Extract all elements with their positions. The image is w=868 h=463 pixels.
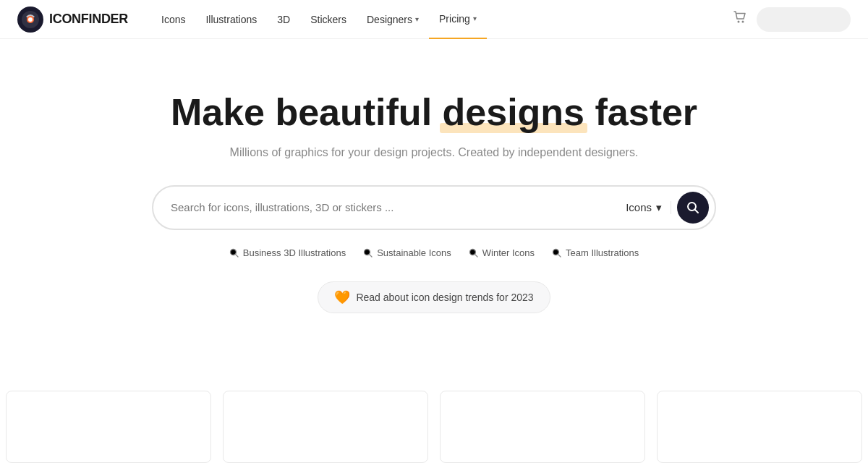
logo-icon	[17, 7, 43, 33]
quick-link-sustainable[interactable]: Sustainable Icons	[363, 247, 451, 258]
hero-title: Make beautiful designs faster	[171, 91, 697, 135]
nav-item-icons[interactable]: Icons	[151, 0, 195, 39]
nav-right	[732, 7, 851, 32]
search-input[interactable]	[171, 201, 617, 213]
quick-link-business3d[interactable]: Business 3D Illustrations	[229, 247, 346, 258]
cart-icon[interactable]	[732, 9, 748, 29]
trend-text: Read about icon design trends for 2023	[356, 292, 533, 303]
search-button[interactable]	[677, 192, 709, 224]
trend-badge[interactable]: 🧡 Read about icon design trends for 2023	[318, 281, 550, 313]
search-bar: Icons ▾	[152, 185, 716, 230]
pricing-chevron-icon: ▾	[473, 14, 477, 22]
dropdown-chevron-icon: ▾	[656, 201, 662, 214]
nav-item-designers[interactable]: Designers ▾	[357, 0, 429, 39]
hero-subtitle: Millions of graphics for your design pro…	[230, 146, 639, 159]
search-type-dropdown[interactable]: Icons ▾	[617, 201, 671, 214]
svg-point-3	[28, 17, 33, 22]
quick-links: Business 3D Illustrations Sustainable Ic…	[229, 247, 639, 258]
card-3	[440, 391, 645, 463]
trend-emoji: 🧡	[334, 289, 350, 305]
svg-point-5	[742, 21, 744, 23]
nav-links: Icons Illustrations 3D Stickers Designer…	[151, 0, 732, 39]
cards-strip	[0, 391, 868, 463]
navbar: ICONFINDER Icons Illustrations 3D Sticke…	[0, 0, 868, 39]
search-small-icon-3	[469, 248, 478, 258]
hero-title-highlight: designs	[443, 91, 585, 135]
nav-item-pricing[interactable]: Pricing ▾	[429, 0, 487, 39]
nav-item-illustrations[interactable]: Illustrations	[195, 0, 267, 39]
search-small-icon-4	[552, 248, 561, 258]
card-2	[223, 391, 428, 463]
search-small-icon	[229, 248, 239, 258]
search-icon	[686, 201, 699, 214]
nav-item-3d[interactable]: 3D	[267, 0, 300, 39]
svg-point-4	[738, 21, 740, 23]
quick-link-team[interactable]: Team Illustrations	[552, 247, 639, 258]
card-1	[6, 391, 211, 463]
logo-text: ICONFINDER	[49, 12, 128, 27]
nav-item-stickers[interactable]: Stickers	[300, 0, 357, 39]
quick-link-winter[interactable]: Winter Icons	[469, 247, 535, 258]
hero-section: Make beautiful designs faster Millions o…	[0, 39, 868, 342]
logo[interactable]: ICONFINDER	[17, 7, 128, 33]
designers-chevron-icon: ▾	[415, 15, 419, 23]
search-small-icon-2	[363, 248, 373, 258]
card-4	[657, 391, 862, 463]
signin-button[interactable]	[757, 7, 851, 32]
